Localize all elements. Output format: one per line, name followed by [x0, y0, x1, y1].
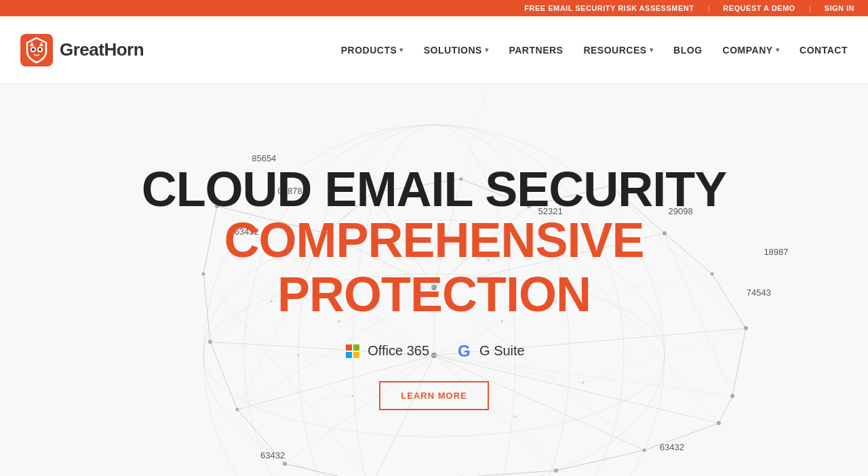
svg-rect-110: [353, 352, 359, 358]
badge-gsuite: G G Suite: [456, 342, 525, 361]
nav-item-partners[interactable]: PARTNERS: [509, 45, 563, 56]
request-demo-link[interactable]: REQUEST A DEMO: [723, 4, 795, 12]
svg-point-73: [717, 421, 721, 425]
nav-links: PRODUCTS▾ SOLUTIONS▾ PARTNERS RESOURCES▾…: [341, 45, 848, 56]
free-assessment-link[interactable]: FREE EMAIL SECURITY RISK ASSESSMENT: [524, 4, 694, 12]
top-bar: FREE EMAIL SECURITY RISK ASSESSMENT | RE…: [0, 0, 868, 16]
hero-section: 85654 07878 63432 52321 29098 18987 7454…: [0, 84, 868, 476]
logo[interactable]: GreatHorn: [20, 34, 144, 66]
sign-in-link[interactable]: SIGN IN: [825, 4, 854, 12]
nav-item-resources[interactable]: RESOURCES▾: [583, 45, 653, 56]
float-num-6: 18987: [764, 247, 788, 257]
hero-title-2: COMPREHENSIVE PROTECTION: [224, 214, 644, 321]
svg-rect-109: [346, 352, 352, 358]
navbar: GreatHorn PRODUCTS▾ SOLUTIONS▾ PARTNERS …: [0, 16, 868, 84]
svg-rect-108: [353, 344, 359, 351]
float-num-9: 63432: [260, 450, 285, 460]
hero-badges: Office 365 G G Suite: [343, 342, 525, 361]
learn-more-button[interactable]: LEARN MORE: [379, 381, 488, 410]
office365-icon: [343, 342, 362, 361]
nav-item-contact[interactable]: CONTACT: [800, 45, 848, 56]
svg-rect-107: [346, 344, 352, 351]
nav-item-solutions[interactable]: SOLUTIONS▾: [424, 45, 489, 56]
float-num-8: 63432: [660, 442, 684, 452]
svg-text:G: G: [458, 342, 471, 360]
svg-point-3: [32, 48, 35, 51]
svg-point-64: [730, 394, 734, 398]
svg-point-4: [39, 48, 41, 51]
nav-item-blog[interactable]: BLOG: [673, 45, 702, 56]
nav-item-products[interactable]: PRODUCTS▾: [341, 45, 403, 56]
logo-icon: [20, 34, 53, 66]
logo-text: GreatHorn: [60, 39, 144, 60]
hero-content: CLOUD EMAIL SECURITY COMPREHENSIVE PROTE…: [142, 165, 727, 410]
gsuite-icon: G: [456, 342, 475, 361]
badge-office365: Office 365: [343, 342, 429, 361]
nav-item-company[interactable]: COMPANY▾: [723, 45, 780, 56]
float-num-7: 74543: [747, 287, 771, 298]
svg-point-68: [283, 462, 287, 466]
svg-point-72: [643, 449, 646, 452]
hero-title-1: CLOUD EMAIL SECURITY: [142, 165, 727, 214]
